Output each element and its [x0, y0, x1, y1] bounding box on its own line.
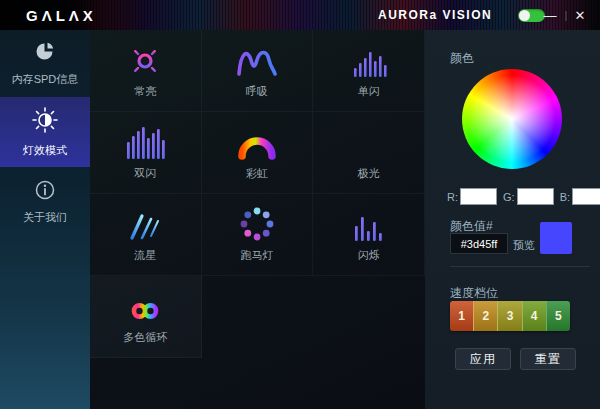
- sidebar-item-label: 灯效模式: [23, 143, 67, 158]
- mode-label: 双闪: [134, 166, 156, 181]
- flicker-bars-icon: [352, 206, 386, 242]
- spd-pie-icon: [34, 40, 57, 67]
- speed-level-1[interactable]: 1: [450, 301, 473, 331]
- rainbow-arc-icon: [235, 124, 279, 160]
- mode-label: 极光: [358, 166, 380, 181]
- breathing-wave-icon: [234, 42, 280, 78]
- preview-label: 预览: [513, 238, 535, 253]
- speed-level-3[interactable]: 3: [497, 301, 521, 331]
- titlebar: GΛLΛX AURORa VISION — | ✕: [0, 0, 600, 30]
- sidebar-item-about[interactable]: 关于我们: [0, 167, 90, 237]
- mode-label: 呼吸: [246, 84, 268, 99]
- mode-label: 彩虹: [246, 166, 268, 181]
- speed-label: 速度档位: [450, 285, 498, 302]
- r-input[interactable]: [460, 188, 497, 205]
- dot-spinner-icon: [239, 206, 275, 242]
- speed-selector: 1 2 3 4 5: [450, 301, 570, 331]
- panel-divider: [450, 266, 590, 267]
- g-label: G:: [503, 191, 515, 203]
- speed-level-2[interactable]: 2: [473, 301, 497, 331]
- g-input[interactable]: [517, 188, 554, 205]
- empty-cell: [313, 276, 425, 358]
- mode-double-flash[interactable]: 双闪: [90, 112, 202, 194]
- apply-button[interactable]: 应用: [455, 348, 511, 370]
- mode-breathing[interactable]: 呼吸: [202, 30, 314, 112]
- aurora-vision-window: GΛLΛX AURORa VISION — | ✕ 内存SPD信息: [0, 0, 600, 409]
- info-icon: [34, 179, 56, 205]
- app-title: AURORa VISION: [378, 8, 492, 22]
- toggle-knob: [519, 10, 530, 21]
- sidebar-item-light-mode[interactable]: 灯效模式: [0, 97, 90, 167]
- brightness-icon: [31, 106, 59, 138]
- preview-swatch: [540, 222, 572, 254]
- sidebar-item-label: 内存SPD信息: [12, 72, 79, 87]
- speed-level-5[interactable]: 5: [546, 301, 570, 331]
- mode-flicker[interactable]: 闪烁: [313, 194, 425, 276]
- mode-rainbow[interactable]: 彩虹: [202, 112, 314, 194]
- galax-logo: GΛLΛX: [26, 7, 97, 24]
- mode-label: 闪烁: [358, 248, 380, 263]
- color-wheel[interactable]: [462, 69, 562, 169]
- hex-input[interactable]: [450, 233, 508, 254]
- b-label: B:: [560, 191, 570, 203]
- sidebar-item-spd-info[interactable]: 内存SPD信息: [0, 30, 90, 97]
- mode-grid: 常亮 呼吸: [90, 30, 425, 409]
- mode-label: 多色循环: [123, 330, 167, 345]
- reset-button[interactable]: 重置: [520, 348, 576, 370]
- mode-label: 常亮: [134, 84, 156, 99]
- mode-single-flash[interactable]: 单闪: [313, 30, 425, 112]
- infinity-rainbow-icon: [124, 288, 166, 324]
- r-label: R:: [447, 191, 458, 203]
- color-panel: 颜色 R: G: B: 颜色值# 预览 速度档位 1 2 3 4 5 应用 重置: [425, 30, 600, 409]
- mode-color-cycle[interactable]: 多色循环: [90, 276, 202, 358]
- mode-label: 单闪: [358, 84, 380, 99]
- b-input[interactable]: [572, 188, 600, 205]
- speed-level-4[interactable]: 4: [522, 301, 546, 331]
- mode-always-on[interactable]: 常亮: [90, 30, 202, 112]
- rgb-inputs: R: G: B:: [447, 188, 600, 205]
- empty-cell: [202, 276, 314, 358]
- sun-icon: [127, 42, 163, 78]
- meteor-streaks-icon: [123, 206, 167, 242]
- sidebar-item-label: 关于我们: [23, 210, 67, 225]
- aurora-curtain-icon: [348, 124, 390, 160]
- close-button[interactable]: ✕: [570, 0, 590, 30]
- mode-label: 跑马灯: [240, 248, 273, 263]
- sidebar: 内存SPD信息 灯效模式: [0, 30, 90, 409]
- mode-marquee[interactable]: 跑马灯: [202, 194, 314, 276]
- equalizer-bars-icon: [351, 42, 387, 78]
- mode-meteor[interactable]: 流星: [90, 194, 202, 276]
- mode-aurora[interactable]: 极光: [313, 112, 425, 194]
- color-section-title: 颜色: [450, 50, 474, 67]
- double-bars-icon: [125, 124, 165, 160]
- mode-label: 流星: [134, 248, 156, 263]
